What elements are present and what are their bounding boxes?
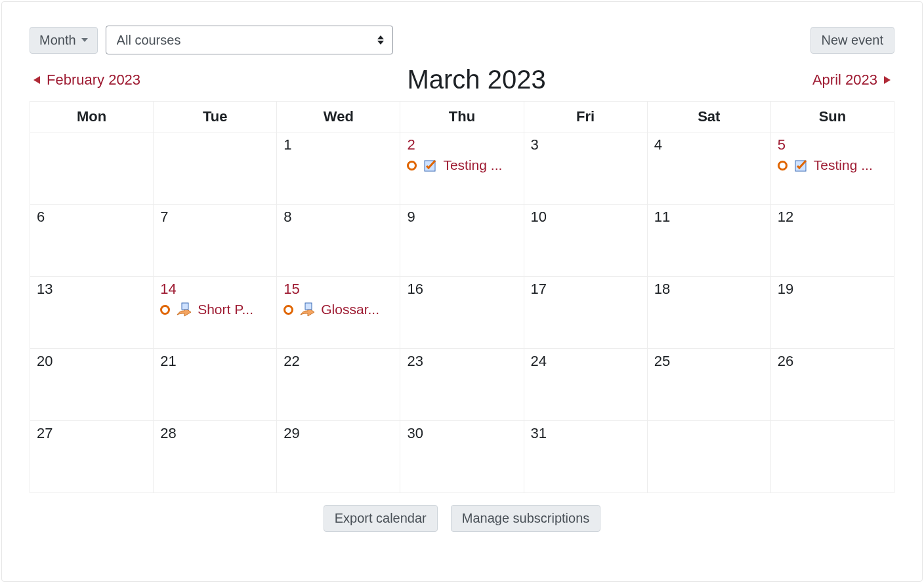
day-cell[interactable]: 11 <box>647 205 770 277</box>
day-cell[interactable]: 27 <box>30 421 154 493</box>
course-select[interactable]: All courses <box>106 26 393 54</box>
arrow-right-icon <box>884 76 891 84</box>
day-cell[interactable]: 1 <box>277 132 400 205</box>
day-number: 8 <box>284 209 393 226</box>
month-title: March 2023 <box>140 65 812 94</box>
next-month-label: April 2023 <box>812 71 877 89</box>
calendar-event[interactable]: Glossar... <box>284 302 393 317</box>
day-cell[interactable] <box>154 132 277 205</box>
next-month-link[interactable]: April 2023 <box>812 71 891 89</box>
day-number: 2 <box>407 136 516 153</box>
export-calendar-button[interactable]: Export calendar <box>324 505 438 532</box>
calendar-grid: MonTueWedThuFriSatSun 12Testing ...345Te… <box>30 101 894 493</box>
day-cell[interactable]: 28 <box>154 421 277 493</box>
day-cell[interactable]: 7 <box>154 205 277 277</box>
day-cell[interactable]: 26 <box>770 349 894 421</box>
weekday-header: Tue <box>154 102 277 132</box>
day-number: 31 <box>531 425 640 442</box>
event-label: Short P... <box>198 302 253 317</box>
day-number: 25 <box>654 353 764 370</box>
manage-subscriptions-button[interactable]: Manage subscriptions <box>451 505 601 532</box>
day-number: 19 <box>778 281 887 298</box>
day-number: 4 <box>654 136 764 153</box>
day-cell[interactable]: 8 <box>277 205 400 277</box>
arrow-left-icon <box>33 76 40 84</box>
day-cell[interactable]: 24 <box>524 349 647 421</box>
day-number: 24 <box>531 353 640 370</box>
day-cell[interactable]: 2Testing ... <box>400 132 524 205</box>
day-cell[interactable]: 18 <box>647 277 770 349</box>
day-number: 13 <box>37 281 146 298</box>
day-cell[interactable]: 4 <box>647 132 770 205</box>
svg-rect-2 <box>182 303 188 310</box>
day-cell[interactable]: 9 <box>400 205 524 277</box>
day-number: 27 <box>37 425 146 442</box>
calendar-page: Month All courses New event February 202… <box>1 1 923 582</box>
view-toggle-button[interactable]: Month <box>30 27 98 54</box>
day-number: 17 <box>531 281 640 298</box>
day-number: 14 <box>160 281 270 298</box>
event-ring-icon <box>284 305 293 315</box>
weekday-header: Mon <box>30 102 154 132</box>
day-cell[interactable]: 31 <box>524 421 647 493</box>
day-cell[interactable]: 30 <box>400 421 524 493</box>
prev-month-link[interactable]: February 2023 <box>33 71 140 89</box>
caret-down-icon <box>81 38 88 42</box>
day-cell[interactable]: 22 <box>277 349 400 421</box>
day-cell[interactable]: 17 <box>524 277 647 349</box>
svg-rect-3 <box>305 303 312 310</box>
day-number: 22 <box>284 353 393 370</box>
day-cell[interactable]: 25 <box>647 349 770 421</box>
day-cell[interactable]: 5Testing ... <box>770 132 894 205</box>
day-number: 12 <box>778 209 887 226</box>
day-cell[interactable]: 12 <box>770 205 894 277</box>
day-cell[interactable]: 16 <box>400 277 524 349</box>
day-number: 1 <box>284 136 393 153</box>
day-number: 21 <box>160 353 270 370</box>
footer-actions: Export calendar Manage subscriptions <box>30 505 894 532</box>
day-number: 20 <box>37 353 146 370</box>
event-ring-icon <box>407 161 417 171</box>
toolbar: Month All courses New event <box>30 26 894 54</box>
month-nav: February 2023 March 2023 April 2023 <box>30 65 894 94</box>
survey-icon <box>793 157 808 173</box>
day-number: 6 <box>37 209 146 226</box>
day-number: 18 <box>654 281 764 298</box>
day-number: 29 <box>284 425 393 442</box>
new-event-button[interactable]: New event <box>810 27 895 54</box>
day-cell[interactable]: 14Short P... <box>154 277 277 349</box>
day-cell[interactable]: 23 <box>400 349 524 421</box>
day-cell[interactable]: 19 <box>770 277 894 349</box>
event-label: Testing ... <box>814 157 873 173</box>
day-number: 23 <box>407 353 516 370</box>
day-number: 28 <box>160 425 270 442</box>
day-cell[interactable] <box>770 421 894 493</box>
day-cell[interactable]: 15Glossar... <box>277 277 400 349</box>
event-ring-icon <box>778 161 788 171</box>
day-cell[interactable]: 3 <box>524 132 647 205</box>
view-toggle-label: Month <box>39 33 76 48</box>
day-number: 26 <box>778 353 887 370</box>
weekday-header: Wed <box>277 102 400 132</box>
day-cell[interactable]: 20 <box>30 349 154 421</box>
day-cell[interactable]: 10 <box>524 205 647 277</box>
calendar-event[interactable]: Testing ... <box>407 157 516 173</box>
day-number: 5 <box>778 136 887 153</box>
day-cell[interactable] <box>30 132 154 205</box>
day-number: 9 <box>407 209 516 226</box>
event-label: Glossar... <box>321 302 379 317</box>
day-cell[interactable]: 29 <box>277 421 400 493</box>
day-cell[interactable]: 21 <box>154 349 277 421</box>
calendar-event[interactable]: Short P... <box>160 302 270 317</box>
weekday-header: Sat <box>647 102 770 132</box>
day-cell[interactable]: 13 <box>30 277 154 349</box>
calendar-event[interactable]: Testing ... <box>778 157 887 173</box>
event-label: Testing ... <box>443 157 502 173</box>
prev-month-label: February 2023 <box>47 71 140 89</box>
day-cell[interactable]: 6 <box>30 205 154 277</box>
day-cell[interactable] <box>647 421 770 493</box>
assignment-icon <box>175 302 192 317</box>
weekday-header: Sun <box>770 102 894 132</box>
assignment-icon <box>299 302 316 317</box>
weekday-header: Thu <box>400 102 524 132</box>
